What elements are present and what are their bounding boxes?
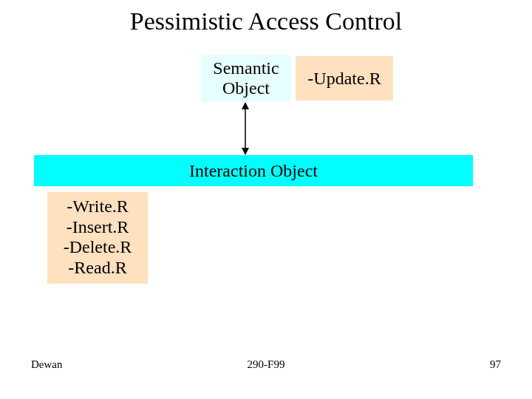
op-item: -Write.R [53,197,142,217]
operations-box: -Write.R -Insert.R -Delete.R -Read.R [47,192,148,284]
svg-marker-2 [242,148,249,155]
op-item: -Read.R [53,258,142,279]
slide-title: Pessimistic Access Control [0,7,532,35]
semantic-object-box: Semantic Object [201,55,291,102]
footer-page-number: 97 [490,358,501,371]
footer-course: 290-F99 [0,358,532,371]
interaction-object-label: Interaction Object [189,161,318,181]
op-item: -Insert.R [53,217,142,238]
double-arrow-icon [238,102,253,155]
svg-marker-1 [242,102,249,109]
interaction-object-box: Interaction Object [34,155,473,186]
semantic-object-label: Semantic Object [213,58,279,98]
update-r-box: -Update.R [296,56,393,100]
update-r-label: -Update.R [307,69,381,89]
op-item: -Delete.R [53,237,142,258]
